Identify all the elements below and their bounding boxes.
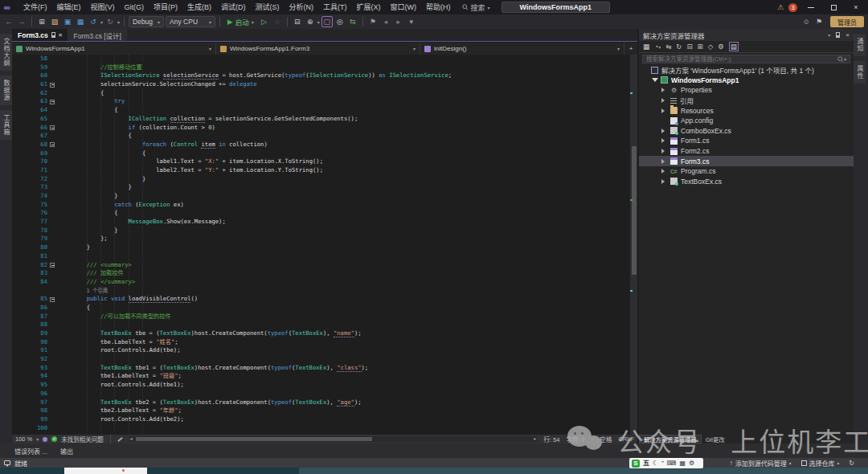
- codelens-row[interactable]: 1 个引用: [12, 287, 637, 296]
- menu-编辑[interactable]: 编辑(E): [52, 3, 86, 11]
- code-line[interactable]: 66if (collection.Count > 0): [12, 124, 637, 133]
- night-mode-icon[interactable]: ☾: [653, 458, 658, 468]
- expand-arrow-icon[interactable]: [661, 169, 665, 174]
- close-button[interactable]: ×: [847, 0, 865, 14]
- admin-badge[interactable]: 管理员: [830, 16, 864, 27]
- tree-item-Resources[interactable]: Resources: [639, 105, 854, 116]
- chevron-down-icon[interactable]: ▾: [317, 19, 320, 25]
- code-line[interactable]: 62{: [12, 89, 637, 98]
- menu-帮助[interactable]: 帮助(H): [421, 3, 456, 11]
- fold-toggle-icon[interactable]: [50, 263, 55, 268]
- platform-dropdown[interactable]: Any CPU▾: [166, 16, 215, 27]
- menu-项目[interactable]: 项目(P): [149, 3, 182, 11]
- menu-工具[interactable]: 工具(T): [318, 3, 352, 11]
- code-line[interactable]: 88: [12, 321, 637, 329]
- tree-item-TextBoxEx.cs[interactable]: TextBoxEx.cs: [639, 177, 854, 187]
- horizontal-scrollbar[interactable]: ◂ ▸: [129, 436, 538, 442]
- navigation-dropdown[interactable]: WindowsFormsApp1.Form3▾: [216, 43, 420, 55]
- code-editor[interactable]: 5859//控制移动位置60ISelectionService selectio…: [12, 55, 637, 435]
- zoom-level[interactable]: 100 %: [15, 435, 32, 443]
- scroll-right-icon[interactable]: ▸: [534, 436, 536, 442]
- code-line[interactable]: 65ICollection collection = selectionServ…: [12, 115, 637, 124]
- open-folder-icon[interactable]: ▨: [49, 16, 60, 27]
- code-line[interactable]: 82/// <summary>: [12, 261, 637, 270]
- rail-tab-工具箱[interactable]: 工具箱: [0, 110, 12, 140]
- fold-toggle-icon[interactable]: [50, 142, 55, 147]
- code-line[interactable]: 59//控制移动位置: [12, 63, 637, 72]
- solution-search-box[interactable]: ▾: [642, 55, 850, 63]
- code-line[interactable]: 81: [12, 252, 637, 261]
- expand-arrow-icon[interactable]: [661, 149, 665, 153]
- code-line[interactable]: 72}: [12, 175, 637, 184]
- attach-process-icon[interactable]: ⊕: [305, 16, 316, 27]
- expand-arrow-icon[interactable]: [661, 98, 665, 103]
- save-icon[interactable]: ▣: [62, 16, 73, 27]
- menu-分析[interactable]: 分析(N): [285, 3, 319, 11]
- maximize-button[interactable]: [825, 0, 842, 14]
- code-line[interactable]: 60ISelectionService selectionService = h…: [12, 72, 637, 80]
- menu-扩展[interactable]: 扩展(X): [352, 3, 386, 11]
- properties-icon[interactable]: ⚙: [718, 43, 724, 51]
- code-line[interactable]: 64{: [12, 106, 637, 115]
- expand-arrow-icon[interactable]: [661, 138, 665, 143]
- background-window-edge[interactable]: [64, 468, 147, 474]
- step-commands-icon[interactable]: ⇆: [347, 16, 358, 27]
- rail-tab-通知[interactable]: 通知: [854, 34, 866, 56]
- document-tab[interactable]: Form3.cs×: [12, 29, 68, 41]
- rail-tab-数据源[interactable]: 数据源: [0, 76, 12, 105]
- sogou-logo-icon[interactable]: S: [632, 460, 640, 468]
- menu-调试[interactable]: 调试(D): [216, 3, 251, 11]
- code-line[interactable]: 99root.Controls.Add(tbe2);: [12, 415, 637, 424]
- view-code-icon[interactable]: ◇: [708, 43, 714, 51]
- ime-mode-label[interactable]: 五: [643, 458, 649, 468]
- line-indicator[interactable]: 行: 54: [543, 435, 559, 443]
- tree-item-App.config[interactable]: App.config: [639, 116, 854, 126]
- panel-tab-git-changes[interactable]: Git更改: [702, 435, 729, 443]
- menu-Git[interactable]: Git(G): [120, 3, 149, 11]
- codelens-references[interactable]: 1 个引用: [87, 287, 108, 296]
- warning-icon[interactable]: ⚠: [777, 3, 784, 11]
- start-without-debugging-icon[interactable]: ▷: [259, 16, 270, 27]
- tree-item-Form2.cs[interactable]: Form2.cs: [639, 146, 854, 157]
- code-line[interactable]: 78}: [12, 227, 637, 235]
- send-feedback-icon[interactable]: ☺: [800, 16, 812, 27]
- expand-arrow-icon[interactable]: [661, 179, 665, 184]
- code-line[interactable]: 63try: [12, 97, 637, 106]
- fold-toggle-icon[interactable]: [50, 100, 55, 104]
- suggestion-icon[interactable]: [43, 437, 47, 442]
- code-line[interactable]: 90tbe.LabelText = "姓名";: [12, 338, 637, 347]
- tree-item-[interactable]: 引用: [639, 96, 854, 106]
- code-line[interactable]: 69{: [12, 149, 637, 158]
- select-repository-button[interactable]: 选择仓库 ▴: [801, 459, 840, 468]
- vertical-scrollbar[interactable]: [630, 55, 637, 435]
- next-bookmark-icon[interactable]: ▸: [393, 16, 404, 27]
- nav-forward-icon[interactable]: →: [16, 16, 27, 27]
- hot-reload-icon[interactable]: ◌: [272, 16, 283, 27]
- code-line[interactable]: 100: [12, 424, 637, 433]
- code-line[interactable]: 83/// 加载控件: [12, 269, 637, 278]
- pending-changes-filter-icon[interactable]: ◔▾: [654, 43, 661, 51]
- find-in-files-icon[interactable]: ◎: [334, 16, 346, 27]
- solution-search-input[interactable]: [646, 55, 837, 63]
- chevron-down-icon[interactable]: ▾: [117, 19, 120, 25]
- search-box[interactable]: 搜索 ▾: [462, 2, 490, 13]
- code-line[interactable]: 84/// </summary>: [12, 278, 637, 287]
- menu-生成[interactable]: 生成(B): [182, 3, 216, 11]
- soft-keyboard-icon[interactable]: ⌨: [667, 458, 677, 468]
- fold-toggle-icon[interactable]: [50, 125, 55, 130]
- space-indicator[interactable]: 空格: [600, 435, 612, 443]
- scrollbar-thumb[interactable]: [136, 437, 372, 441]
- navigation-dropdown[interactable]: initDesign()▾: [420, 43, 624, 55]
- code-line[interactable]: 76{: [12, 209, 637, 218]
- intellicode-toggle-icon[interactable]: ▢: [321, 16, 333, 27]
- navigation-dropdown[interactable]: WindowsFormsApp1▾: [12, 43, 216, 55]
- preview-features-icon[interactable]: ⚑: [813, 16, 825, 27]
- nest-files-icon[interactable]: ⊟: [686, 43, 692, 51]
- collapse-arrow-icon[interactable]: [652, 78, 658, 82]
- tree-item-Form1.cs[interactable]: Form1.cs: [639, 136, 854, 146]
- code-line[interactable]: 86{: [12, 304, 637, 313]
- fold-toggle-icon[interactable]: [50, 83, 55, 88]
- code-line[interactable]: 70label1.Text = "X:" + item.Location.X.T…: [12, 157, 637, 166]
- minimize-button[interactable]: [802, 0, 820, 14]
- code-line[interactable]: 71label2.Text = "Y:" + item.Location.Y.T…: [12, 166, 637, 175]
